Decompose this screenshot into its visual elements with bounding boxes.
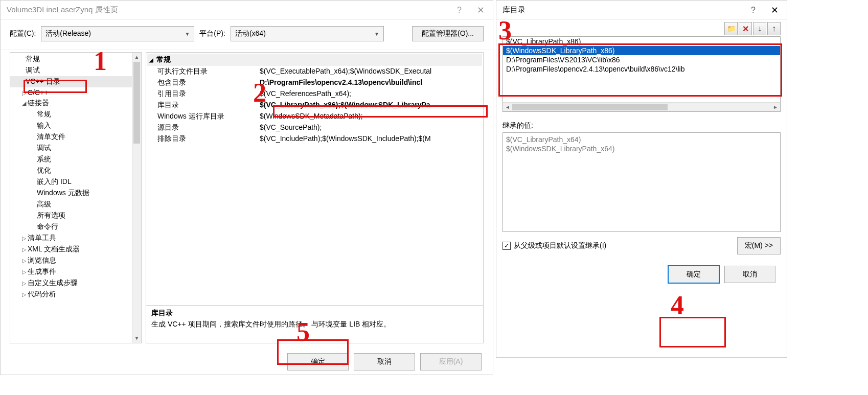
move-up-button[interactable]: ↑	[767, 22, 781, 35]
tree-item-linker-input[interactable]: 输入	[10, 120, 141, 131]
scroll-down-icon[interactable]: ▼	[132, 334, 141, 343]
help-icon[interactable]: ?	[450, 6, 469, 15]
platform-value: 活动(x64)	[235, 29, 266, 38]
delete-button[interactable]: ✕	[739, 22, 752, 35]
ok-button[interactable]: 确定	[287, 353, 349, 370]
arrow-down-icon: ↓	[758, 24, 762, 33]
toolbar: 📁 ✕ ↓ ↑	[496, 20, 787, 34]
tree-item-linker-idl[interactable]: 嵌入的 IDL	[10, 176, 141, 188]
caret-right-icon: ▷	[20, 246, 28, 253]
property-pages-dialog: Volume3DLineLaserZynq 属性页 ? ✕ 配置(C): 活动(…	[0, 0, 493, 375]
tree-item-vcdirs[interactable]: VC++ 目录	[10, 76, 141, 87]
paths-listbox[interactable]: $(VC_LibraryPath_x86) $(WindowsSDK_Libra…	[502, 36, 781, 112]
tree-item-linker-winmd[interactable]: Windows 元数据	[10, 188, 141, 199]
inherit-checkbox[interactable]: ✓ 从父级或项目默认设置继承(I)	[502, 241, 606, 250]
library-dirs-dialog: 库目录 ? ✕ 📁 ✕ ↓ ↑ $(VC_LibraryPath_x86) $(…	[496, 0, 787, 358]
tree-item-xmldoc[interactable]: ▷XML 文档生成器	[10, 244, 141, 255]
inherited-label: 继承的值:	[502, 121, 781, 130]
tree-item-linker-opt[interactable]: 优化	[10, 165, 141, 176]
caret-right-icon: ▷	[20, 258, 28, 264]
horizontal-scrollbar[interactable]: ◄ ►	[503, 102, 780, 111]
folder-icon: 📁	[727, 25, 736, 33]
description-text: 生成 VC++ 项目期间，搜索库文件时使用的路径。 与环境变量 LIB 相对应。	[151, 320, 478, 329]
scroll-left-icon[interactable]: ◄	[503, 103, 512, 111]
cancel-button[interactable]: 取消	[724, 266, 775, 283]
prop-include-dirs[interactable]: 包含目录D:\ProgramFiles\opencv2.4.13\opencv\…	[147, 77, 482, 88]
caret-down-icon: ◢	[20, 100, 28, 107]
tree-item-linker-general[interactable]: 常规	[10, 109, 141, 120]
arrow-up-icon: ↑	[772, 24, 776, 33]
config-label: 配置(C):	[10, 29, 36, 38]
cancel-button[interactable]: 取消	[354, 353, 415, 370]
scroll-thumb[interactable]	[133, 62, 140, 144]
category-header[interactable]: ◢常规	[147, 54, 482, 66]
caret-right-icon: ▷	[20, 291, 28, 298]
list-item: $(WindowsSDK_LibraryPath_x64)	[506, 144, 777, 153]
move-down-button[interactable]: ↓	[753, 22, 766, 35]
config-value: 活动(Release)	[45, 29, 91, 38]
tree-item-linker-debug[interactable]: 调试	[10, 143, 141, 154]
platform-combo[interactable]: 活动(x64) ▼	[231, 26, 384, 41]
prop-executable-dirs[interactable]: 可执行文件目录$(VC_ExecutablePath_x64);$(Window…	[147, 66, 482, 77]
prop-exclude-dirs[interactable]: 排除目录$(VC_IncludePath);$(WindowsSDK_Inclu…	[147, 133, 482, 145]
dialog-title: Volume3DLineLaserZynq 属性页	[7, 5, 450, 15]
caret-right-icon: ▷	[20, 90, 28, 97]
new-folder-button[interactable]: 📁	[724, 22, 738, 35]
tree-item-debug[interactable]: 调试	[10, 65, 141, 76]
prop-reference-dirs[interactable]: 引用目录$(VC_ReferencesPath_x64);	[147, 88, 482, 100]
scroll-up-icon[interactable]: ▲	[132, 53, 141, 62]
tree-item-custom-build[interactable]: ▷自定义生成步骤	[10, 277, 141, 289]
macros-button[interactable]: 宏(M) >>	[737, 237, 781, 254]
config-combo[interactable]: 活动(Release) ▼	[41, 26, 194, 41]
scroll-right-icon[interactable]: ►	[771, 103, 780, 111]
config-manager-button[interactable]: 配置管理器(O)...	[412, 26, 484, 41]
prop-source-dirs[interactable]: 源目录$(VC_SourcePath);	[147, 122, 482, 133]
tree-item-linker-manifest[interactable]: 清单文件	[10, 131, 141, 143]
chevron-down-icon: ▼	[185, 31, 190, 37]
titlebar: 库目录 ? ✕	[496, 1, 787, 20]
tree-item-linker[interactable]: ◢链接器	[10, 98, 141, 109]
list-item[interactable]: D:\ProgramFiles\VS2013\VC\lib\x86	[503, 55, 780, 64]
dialog-title: 库目录	[502, 5, 744, 15]
tree-item-linker-system[interactable]: 系统	[10, 154, 141, 165]
list-item[interactable]: $(WindowsSDK_LibraryPath_x86)	[503, 46, 780, 55]
description-title: 库目录	[151, 309, 478, 318]
tree-item-ccpp[interactable]: ▷C/C++	[10, 87, 141, 98]
description-panel: 库目录 生成 VC++ 项目期间，搜索库文件时使用的路径。 与环境变量 LIB …	[146, 306, 484, 343]
category-tree[interactable]: 常规 调试 VC++ 目录 ▷C/C++ ◢链接器 常规 输入 清单文件 调试 …	[10, 52, 142, 343]
close-icon[interactable]: ✕	[469, 5, 493, 16]
list-item[interactable]: D:\ProgramFiles\opencv2.4.13\opencv\buil…	[503, 64, 780, 74]
tree-item-code-analysis[interactable]: ▷代码分析	[10, 289, 141, 300]
help-icon[interactable]: ?	[744, 6, 763, 15]
caret-right-icon: ▷	[20, 269, 28, 275]
tree-item-linker-cmdline[interactable]: 命令行	[10, 221, 141, 233]
inherit-checkbox-label: 从父级或项目默认设置继承(I)	[514, 241, 606, 250]
inherited-listbox: $(VC_LibraryPath_x64) $(WindowsSDK_Libra…	[502, 132, 781, 232]
caret-right-icon: ▷	[20, 280, 28, 287]
config-row: 配置(C): 活动(Release) ▼ 平台(P): 活动(x64) ▼ 配置…	[1, 20, 493, 50]
checkbox-icon: ✓	[502, 242, 511, 250]
tree-item-linker-advanced[interactable]: 高级	[10, 199, 141, 210]
tree-item-browse[interactable]: ▷浏览信息	[10, 255, 141, 266]
x-icon: ✕	[742, 24, 749, 34]
apply-button[interactable]: 应用(A)	[420, 353, 482, 370]
tree-scrollbar[interactable]: ▲ ▼	[132, 53, 141, 343]
caret-down-icon: ◢	[149, 57, 153, 63]
ok-button[interactable]: 确定	[668, 266, 719, 283]
tree-item-linker-all[interactable]: 所有选项	[10, 210, 141, 221]
titlebar: Volume3DLineLaserZynq 属性页 ? ✕	[1, 1, 493, 20]
tree-item-build-events[interactable]: ▷生成事件	[10, 266, 141, 277]
prop-library-dirs[interactable]: 库目录$(VC_LibraryPath_x86);$(WindowsSDK_Li…	[147, 100, 482, 111]
close-icon[interactable]: ✕	[763, 5, 787, 16]
prop-winrt-dirs[interactable]: Windows 运行库目录$(WindowsSDK_MetadataPath);	[147, 111, 482, 122]
platform-label: 平台(P):	[199, 29, 225, 38]
list-item: $(VC_LibraryPath_x64)	[506, 135, 777, 144]
property-grid[interactable]: ◢常规 可执行文件目录$(VC_ExecutablePath_x64);$(Wi…	[146, 52, 484, 306]
tree-item-general[interactable]: 常规	[10, 54, 141, 65]
list-item[interactable]: $(VC_LibraryPath_x86)	[503, 37, 780, 46]
scroll-thumb[interactable]	[512, 104, 668, 110]
caret-right-icon: ▷	[20, 235, 28, 242]
tree-item-manifest-tool[interactable]: ▷清单工具	[10, 233, 141, 244]
chevron-down-icon: ▼	[374, 31, 379, 37]
